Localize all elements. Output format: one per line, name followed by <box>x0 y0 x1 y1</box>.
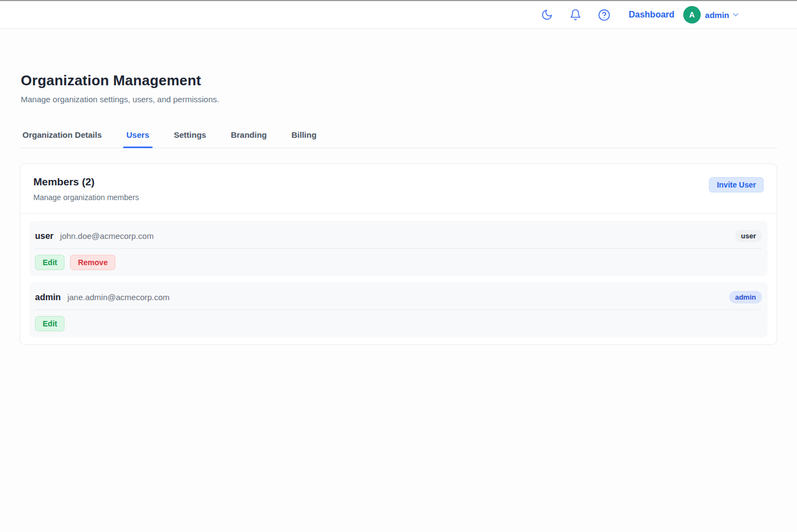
member-name: admin <box>35 293 61 302</box>
bell-icon <box>569 9 581 21</box>
member-name: user <box>35 231 54 241</box>
role-badge-user: user <box>735 230 762 242</box>
member-actions: Edit <box>35 310 762 331</box>
navbar-actions: Dashboard A admin <box>540 6 740 24</box>
tab-settings[interactable]: Settings <box>173 130 207 148</box>
member-row-user: user john.doe@acmecorp.com user Edit Rem… <box>30 221 767 276</box>
members-card-subtitle: Manage organization members <box>33 193 139 202</box>
page-title: Organization Management <box>21 72 777 89</box>
moon-icon <box>541 9 553 21</box>
members-card-header: Members (2) Manage organization members … <box>20 164 777 214</box>
member-info-row: user john.doe@acmecorp.com user <box>35 225 762 249</box>
avatar[interactable]: A <box>683 6 701 24</box>
edit-member-button[interactable]: Edit <box>35 316 65 331</box>
edit-member-button[interactable]: Edit <box>35 255 65 270</box>
invite-user-button[interactable]: Invite User <box>709 177 764 192</box>
member-actions: Edit Remove <box>35 249 762 270</box>
main-content: Organization Management Manage organizat… <box>0 72 797 345</box>
tab-users[interactable]: Users <box>125 130 150 148</box>
members-card-title: Members (2) <box>33 176 139 188</box>
member-email: john.doe@acmecorp.com <box>60 231 154 241</box>
tab-branding[interactable]: Branding <box>230 130 268 148</box>
tab-organization-details[interactable]: Organization Details <box>21 130 103 148</box>
dashboard-link[interactable]: Dashboard <box>629 10 674 20</box>
remove-member-button[interactable]: Remove <box>70 255 115 270</box>
top-navbar: Dashboard A admin <box>0 0 797 29</box>
notifications-button[interactable] <box>568 8 583 22</box>
username-label: admin <box>705 10 729 20</box>
member-email: jane.admin@acmecorp.com <box>67 293 170 302</box>
dark-mode-toggle[interactable] <box>540 8 554 22</box>
members-card-heading-group: Members (2) Manage organization members <box>33 176 139 202</box>
help-icon <box>598 9 610 21</box>
chevron-down-icon <box>731 10 740 19</box>
members-list: user john.doe@acmecorp.com user Edit Rem… <box>20 214 777 344</box>
tab-billing[interactable]: Billing <box>290 130 318 148</box>
members-card: Members (2) Manage organization members … <box>20 163 777 345</box>
member-row-admin: admin jane.admin@acmecorp.com admin Edit <box>30 282 767 337</box>
user-menu[interactable]: A admin <box>683 6 740 24</box>
tabs-bar: Organization Details Users Settings Bran… <box>20 130 777 148</box>
page-subtitle: Manage organization settings, users, and… <box>21 95 777 104</box>
role-badge-admin: admin <box>729 291 762 303</box>
help-button[interactable] <box>597 8 611 22</box>
member-info-row: admin jane.admin@acmecorp.com admin <box>35 287 762 310</box>
